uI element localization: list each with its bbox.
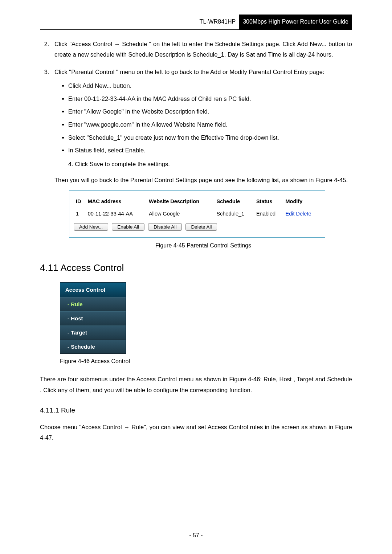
cell-schedule: Schedule_1 [215,208,254,220]
col-schedule: Schedule [215,195,254,208]
cell-mac: 00-11-22-33-44-AA [86,208,147,220]
add-new-button[interactable]: Add New... [74,223,108,231]
bullet-1: Click Add New... button. [68,81,352,91]
bullet-6: In Status field, select Enable. [68,145,352,156]
col-id: ID [74,195,86,208]
header-title: 300Mbps High Power Router User Guide [239,15,352,29]
menu-item-host[interactable]: - Host [60,311,126,325]
table-buttons: Add New... Enable All Disable All Delete… [74,223,320,231]
page-number: - 57 - [0,530,392,541]
bullet-2: Enter 00-11-22-33-44-AA in the MAC Addre… [68,94,352,104]
cell-modify: Edit Delete [283,208,321,220]
step-2: Click "Access Control → Schedule " on th… [51,39,352,60]
doc-header: TL-WR841HP 300Mbps High Power Router Use… [40,15,352,30]
figure-45-caption: Figure 4-45 Parental Control Settings [54,241,352,251]
step-3-bullets: Click Add New... button. Enter 00-11-22-… [54,81,352,156]
figure-46-caption: Figure 4-46 Access Control [60,356,352,367]
section-heading: 4.11 Access Control [40,259,352,276]
edit-link[interactable]: Edit [286,211,295,217]
table-row: 1 00-11-22-33-44-AA Allow Google Schedul… [74,208,320,220]
section-paragraph: There are four submenus under the Access… [40,374,352,395]
subsection-paragraph: Choose menu "Access Control → Rule", you… [40,422,352,443]
header-model: TL-WR841HP [200,15,240,29]
menu-header: Access Control [60,283,126,297]
steps-list: Click "Access Control → Schedule " on th… [40,39,352,251]
bullet-5: Select "Schedule_1" you create just now … [68,132,352,143]
col-desc: Website Description [147,195,215,208]
parental-control-table: ID MAC address Website Description Sched… [69,190,325,237]
bullet-4: Enter "www.google.com" in the Allowed We… [68,119,352,130]
col-mac: MAC address [86,195,147,208]
after-steps-text: Then you will go back to the Parental Co… [54,175,352,186]
step-4: 4. Click Save to complete the settings. [68,159,352,170]
cell-status: Enabled [254,208,283,220]
table-header-row: ID MAC address Website Description Sched… [74,195,320,208]
menu-item-target[interactable]: - Target [60,325,126,340]
access-control-menu: Access Control - Rule - Host - Target - … [60,282,126,354]
col-status: Status [254,195,283,208]
document-page: TL-WR841HP 300Mbps High Power Router Use… [0,0,392,554]
rules-table: ID MAC address Website Description Sched… [74,195,320,220]
cell-id: 1 [74,208,86,220]
disable-all-button[interactable]: Disable All [148,223,182,231]
menu-item-rule[interactable]: - Rule [60,297,126,311]
enable-all-button[interactable]: Enable All [112,223,144,231]
bullet-3: Enter "Allow Google" in the Website Desc… [68,106,352,117]
delete-link[interactable]: Delete [296,211,311,217]
cell-desc: Allow Google [147,208,215,220]
subsection-heading: 4.11.1 Rule [40,404,352,416]
menu-item-schedule[interactable]: - Schedule [60,340,126,354]
col-modify: Modify [283,195,321,208]
step-3-text: Click "Parental Control " menu on the le… [54,69,324,75]
delete-all-button[interactable]: Delete All [185,223,217,231]
step-3: Click "Parental Control " menu on the le… [51,67,352,251]
